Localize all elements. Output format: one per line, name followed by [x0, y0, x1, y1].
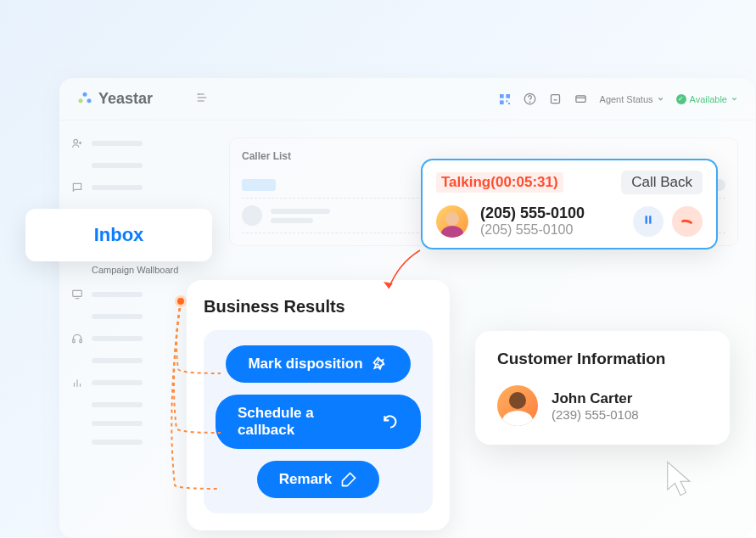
caller-secondary-number: (205) 555-0100	[480, 222, 621, 238]
placeholder	[92, 292, 143, 297]
svg-rect-28	[649, 216, 651, 223]
svg-rect-6	[500, 94, 504, 98]
topbar: Yeastar Agent Status ✓ Available	[59, 78, 755, 120]
phone-hangup-icon	[680, 212, 695, 231]
placeholder	[92, 402, 143, 407]
sidebar-item[interactable]	[66, 307, 205, 326]
sidebar-item[interactable]	[66, 175, 205, 200]
button-label: Remark	[279, 471, 332, 488]
svg-rect-15	[576, 96, 585, 103]
hangup-button[interactable]	[672, 206, 703, 237]
qr-icon[interactable]	[498, 92, 512, 106]
chevron-down-icon	[731, 95, 738, 103]
svg-point-0	[83, 92, 87, 96]
placeholder	[92, 421, 143, 426]
pin-icon	[372, 356, 389, 373]
business-results-card: Business Results Mark disposition Schedu…	[187, 280, 450, 530]
svg-rect-7	[506, 94, 510, 98]
placeholder	[92, 336, 143, 341]
inbox-highlight-card: Inbox	[25, 209, 212, 261]
button-label: Mark disposition	[248, 356, 362, 373]
customer-row[interactable]: John Carter (239) 555-0108	[497, 385, 708, 426]
customer-info-title: Customer Information	[497, 350, 708, 368]
agent-status-dropdown[interactable]: Agent Status	[600, 94, 664, 104]
availability-dropdown[interactable]: ✓ Available	[676, 94, 738, 104]
pause-icon	[642, 214, 654, 229]
sidebar-item[interactable]	[66, 351, 205, 370]
monitor-icon	[71, 289, 83, 300]
logo-mark-icon	[76, 91, 93, 108]
collapse-sidebar-icon[interactable]	[195, 91, 209, 108]
sidebar-item[interactable]	[66, 156, 205, 175]
arrow-annotation	[373, 246, 433, 305]
placeholder	[92, 141, 143, 146]
sidebar-item[interactable]	[66, 370, 205, 395]
sidebar-item[interactable]	[66, 326, 205, 351]
customer-name: John Carter	[552, 390, 639, 407]
mark-disposition-button[interactable]: Mark disposition	[226, 345, 410, 383]
svg-point-1	[79, 98, 83, 103]
svg-point-2	[87, 98, 92, 103]
customer-phone: (239) 555-0108	[552, 407, 639, 422]
svg-rect-23	[80, 339, 81, 343]
placeholder	[92, 358, 143, 363]
call-status-label: Talking(00:05:31)	[436, 172, 563, 193]
card-icon[interactable]	[574, 92, 588, 106]
user-plus-icon	[71, 137, 83, 149]
brand-name: Yeastar	[98, 90, 153, 108]
svg-rect-13	[552, 95, 560, 104]
inbox-title: Inbox	[49, 224, 188, 246]
topbar-right: Agent Status ✓ Available	[498, 92, 738, 106]
chart-icon	[71, 377, 83, 389]
remark-button[interactable]: Remark	[257, 461, 379, 498]
avatar-placeholder	[242, 205, 262, 226]
dialpad-icon[interactable]	[549, 92, 563, 106]
caller-primary-number: (205) 555-0100	[480, 205, 621, 222]
placeholder	[92, 185, 143, 190]
placeholder	[271, 218, 313, 223]
sidebar-item-campaign-wallboard[interactable]: Campaign Wallboard	[66, 258, 205, 282]
business-actions-container: Mark disposition Schedule a callback Rem…	[204, 330, 433, 513]
svg-point-17	[74, 139, 78, 143]
callback-button[interactable]: Call Back	[621, 171, 703, 194]
chevron-down-icon	[657, 95, 664, 103]
sidebar-item[interactable]	[66, 414, 205, 433]
placeholder	[92, 380, 143, 385]
chat-icon	[71, 182, 83, 193]
agent-status-label: Agent Status	[600, 94, 653, 104]
edit-icon	[340, 471, 357, 488]
schedule-callback-button[interactable]: Schedule a callback	[216, 395, 421, 449]
caller-avatar	[436, 205, 468, 238]
connector-origin-dot	[175, 295, 187, 307]
svg-rect-27	[646, 216, 647, 223]
available-label: Available	[690, 94, 727, 104]
placeholder	[92, 163, 143, 168]
svg-rect-9	[506, 100, 507, 102]
svg-point-12	[529, 102, 530, 103]
placeholder	[92, 314, 143, 319]
customer-info-card: Customer Information John Carter (239) 5…	[475, 331, 730, 445]
placeholder	[242, 179, 276, 191]
sidebar-label: Campaign Wallboard	[92, 265, 178, 275]
status-check-icon: ✓	[676, 94, 686, 104]
placeholder	[271, 209, 330, 214]
headset-icon	[71, 333, 83, 345]
placeholder	[92, 440, 143, 445]
svg-rect-8	[500, 100, 504, 104]
sidebar-item[interactable]	[66, 131, 205, 156]
svg-rect-22	[73, 339, 75, 343]
undo-icon	[382, 413, 399, 430]
pause-call-button[interactable]	[633, 206, 664, 237]
sidebar-item[interactable]	[66, 433, 205, 451]
cursor-icon	[662, 458, 699, 502]
svg-rect-20	[73, 290, 82, 296]
sidebar-item[interactable]	[66, 395, 205, 414]
customer-avatar	[497, 385, 538, 426]
help-icon[interactable]	[524, 92, 537, 106]
app-logo: Yeastar	[76, 90, 153, 108]
active-call-card: Talking(00:05:31) Call Back (205) 555-01…	[421, 159, 718, 249]
button-label: Schedule a callback	[238, 405, 373, 439]
svg-rect-10	[508, 103, 510, 104]
